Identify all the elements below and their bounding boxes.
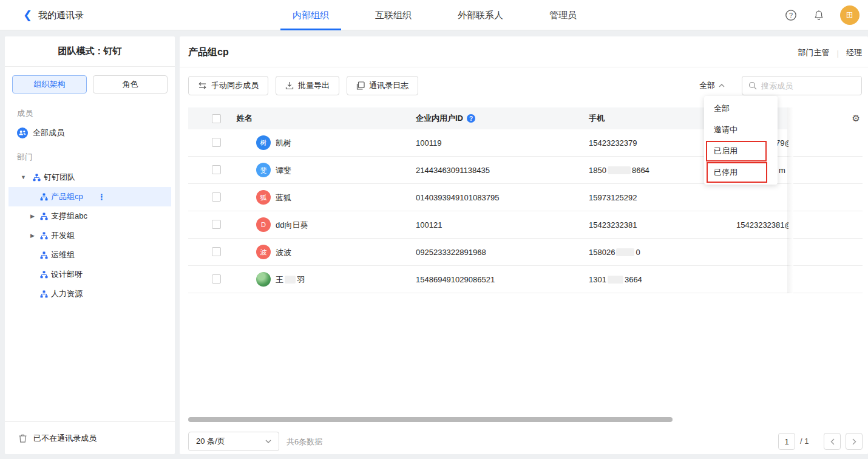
- sidebar-item-all-members[interactable]: 全部成员: [5, 123, 175, 143]
- censored-blur: [285, 276, 296, 284]
- dropdown-option-disabled[interactable]: 已停用: [704, 162, 778, 183]
- tree-item-label: 开发组: [51, 230, 75, 241]
- tree-item-hr[interactable]: 人力资源: [5, 284, 175, 304]
- tree-item-label: 支撑组abc: [51, 211, 87, 222]
- row-checkbox[interactable]: [212, 274, 221, 284]
- search-input[interactable]: [761, 81, 852, 90]
- dropdown-option-enabled[interactable]: 已启用: [704, 140, 778, 162]
- avatar: 狐: [256, 190, 271, 205]
- next-page-button[interactable]: [846, 433, 863, 450]
- phone-text: 15423232379: [589, 138, 637, 148]
- column-name: 姓名: [237, 107, 253, 129]
- batch-export-button[interactable]: 批量导出: [276, 76, 339, 95]
- org-icon: [40, 271, 48, 279]
- button-label: 通讯录日志: [369, 80, 409, 91]
- departments-section-label: 部门: [5, 143, 175, 166]
- sidebar-toggle: 组织架构 角色: [5, 67, 175, 100]
- prev-page-button[interactable]: [824, 433, 841, 450]
- tree-item-ops-group[interactable]: 运维组: [5, 245, 175, 265]
- help-icon[interactable]: ?: [784, 8, 798, 22]
- total-pages-label: / 1: [800, 437, 809, 446]
- dept-manager-link[interactable]: 部门主管: [798, 47, 830, 58]
- tree-item-design-dept[interactable]: 设计部呀: [5, 265, 175, 284]
- tree-item-dev-group[interactable]: ▶ 开发组: [5, 226, 175, 245]
- more-options-icon[interactable]: ⋮: [98, 192, 106, 202]
- tree-item-root[interactable]: ▼ 钉钉团队: [5, 168, 175, 187]
- row-checkbox[interactable]: [212, 220, 221, 229]
- phone-text: 8664: [632, 166, 649, 175]
- row-checkbox[interactable]: [212, 165, 221, 174]
- back-button[interactable]: ❮ 我的通讯录: [23, 0, 84, 30]
- manual-sync-button[interactable]: 手动同步成员: [188, 76, 268, 95]
- tree-item-support-group[interactable]: ▶ 支撑组abc: [5, 206, 175, 226]
- turtle-avatar: [256, 272, 271, 287]
- member-name: 蓝狐: [276, 184, 291, 211]
- tab-label: 互联组织: [375, 10, 412, 21]
- avatar: 树: [256, 135, 271, 150]
- status-filter-value: 全部: [699, 80, 715, 91]
- org-structure-button[interactable]: 组织架构: [12, 75, 87, 93]
- button-label: 批量导出: [298, 80, 330, 91]
- chevron-right-icon: [852, 438, 856, 445]
- sidebar-item-label: 全部成员: [33, 127, 64, 138]
- page-size-select[interactable]: 20 条/页: [188, 432, 279, 451]
- horizontal-scrollbar[interactable]: [188, 417, 673, 422]
- chevron-down-icon: [265, 440, 271, 443]
- row-checkbox[interactable]: [212, 247, 221, 256]
- table-row[interactable]: 狐 蓝狐 0140393949101083795 15973125292: [188, 184, 863, 211]
- table-row[interactable]: 波 波波 0925233322891968 1580260: [188, 239, 863, 266]
- tab-label: 内部组织: [293, 10, 329, 21]
- row-checkbox[interactable]: [212, 138, 221, 147]
- status-filter[interactable]: 全部: [699, 76, 725, 95]
- column-settings-gear-icon[interactable]: ⚙: [852, 107, 860, 129]
- member-user-id: 100121: [416, 211, 442, 239]
- member-search[interactable]: [742, 76, 862, 95]
- tree-item-label: 产品组cp: [51, 191, 83, 202]
- org-icon: [40, 290, 48, 298]
- tree-item-label: 钉钉团队: [44, 172, 75, 183]
- tab-internal-org[interactable]: 内部组织: [280, 0, 341, 30]
- tab-label: 外部联系人: [458, 10, 503, 21]
- header-links: 部门主管 | 经理: [798, 47, 862, 58]
- removed-members-label: 已不在通讯录成员: [33, 433, 97, 444]
- roles-button[interactable]: 角色: [93, 75, 168, 93]
- phone-text: 15973125292: [589, 193, 637, 202]
- name-text: 王: [276, 274, 283, 285]
- page-title: 我的通讯录: [38, 10, 84, 21]
- table-row[interactable]: D dd向日葵 100121 15423232381 15423232381@: [188, 211, 863, 239]
- dropdown-option-inviting[interactable]: 邀请中: [704, 119, 778, 140]
- divider: |: [837, 49, 839, 58]
- tab-linked-org[interactable]: 互联组织: [363, 0, 424, 30]
- table-header-bg: [188, 107, 787, 129]
- org-icon: [40, 251, 48, 259]
- member-phone: 18508664: [589, 157, 649, 184]
- contact-log-button[interactable]: 通讯录日志: [347, 76, 418, 95]
- phone-text: 158026: [589, 248, 615, 257]
- current-page-input[interactable]: 1: [778, 433, 795, 450]
- phone-text: 3664: [625, 275, 642, 284]
- user-avatar[interactable]: 田: [840, 5, 860, 25]
- expand-arrow-icon[interactable]: ▶: [30, 213, 35, 219]
- phone-text: 15423232381: [589, 220, 637, 229]
- manager-role-link[interactable]: 经理: [846, 47, 862, 58]
- collapse-arrow-icon[interactable]: ▼: [21, 174, 26, 180]
- row-checkbox[interactable]: [212, 192, 221, 202]
- removed-members-link[interactable]: 已不在通讯录成员: [5, 421, 175, 454]
- back-chevron-icon: ❮: [23, 10, 32, 21]
- tree-item-label: 运维组: [51, 250, 75, 260]
- tab-external-contacts[interactable]: 外部联系人: [446, 0, 515, 30]
- help-badge-icon[interactable]: ?: [467, 114, 475, 123]
- member-phone: 1580260: [589, 239, 640, 266]
- notifications-bell-icon[interactable]: [812, 8, 826, 22]
- status-filter-dropdown: 全部 邀请中 已启用 已停用: [704, 96, 778, 185]
- expand-arrow-icon[interactable]: ▶: [30, 233, 35, 239]
- table-row[interactable]: 王羽 154869491029086521 13013664: [188, 266, 863, 293]
- phone-text: 0: [636, 248, 640, 257]
- tree-item-product-group[interactable]: 产品组cp ⋮: [8, 187, 171, 206]
- column-label: 企业内用户ID: [416, 113, 463, 124]
- dropdown-option-all[interactable]: 全部: [704, 98, 778, 119]
- tab-admins[interactable]: 管理员: [537, 0, 589, 30]
- member-phone: 15423232381: [589, 211, 637, 239]
- select-all-checkbox[interactable]: [212, 114, 221, 123]
- member-name: 王羽: [276, 266, 305, 293]
